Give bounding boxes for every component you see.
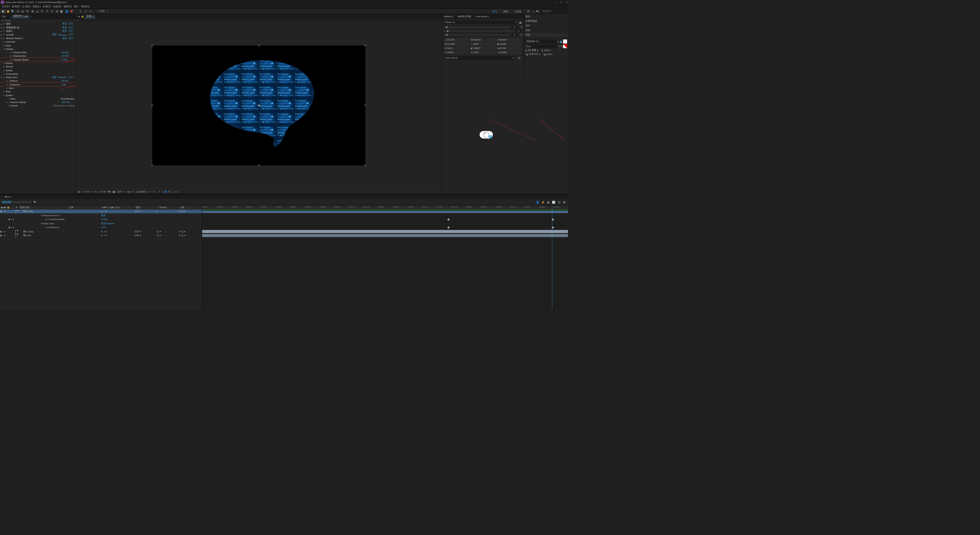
tl-graph-icon[interactable]: 📊 [552, 200, 556, 204]
res-toggle-icon[interactable]: ⊞ ⊡ [94, 191, 98, 193]
roi-icon[interactable]: ⊡ ▦ [126, 191, 130, 193]
col-layer-name[interactable]: 图层名称 [19, 206, 68, 209]
timeline-layer-row[interactable]: ▾ Deep Glow重置 Register [0, 222, 202, 225]
puppet-tool-icon[interactable]: 📌 [69, 9, 74, 14]
close-button[interactable]: ✕ [566, 1, 568, 3]
maximize-button[interactable]: □ [560, 1, 562, 3]
comp-tab[interactable]: 合成1 ≡ [85, 15, 96, 18]
snap-opts-icon[interactable]: ⋮ [105, 9, 110, 14]
font-weight-dd[interactable]: Bold [525, 44, 557, 48]
stamp-tool-icon[interactable]: ⊡ [55, 9, 59, 14]
roto-tool-icon[interactable]: 👤 [64, 9, 69, 14]
local-axis-icon[interactable]: ⊹ [78, 9, 83, 14]
current-frame[interactable]: 00240 [100, 191, 106, 193]
fx-choker[interactable]: 简单阻塞工具 [6, 26, 62, 29]
kf-opacity-1[interactable] [447, 218, 450, 221]
exposure-val[interactable]: +0.0 [174, 191, 178, 193]
fx-autofill[interactable]: AutoFill [6, 33, 52, 36]
menu-view[interactable]: 视图(V) [63, 5, 73, 8]
orbit-tool-icon[interactable]: ⟲ [16, 9, 20, 14]
workspace-small[interactable]: 小屏幕 [512, 9, 524, 13]
paragraph-panel-tab[interactable]: 段落 [524, 28, 568, 33]
motion-btn-jump[interactable]: ↕JUMP [470, 42, 496, 46]
comp-canvas[interactable]: Feel Sense Now Here Be Attend Listen Tru… [152, 46, 366, 165]
timeline-playhead[interactable] [552, 206, 552, 309]
work-area-bar[interactable] [202, 210, 568, 210]
menu-layer[interactable]: 图层(L) [32, 5, 42, 8]
anchor-tool-icon[interactable]: ⊕ [30, 9, 35, 14]
grid-icon[interactable]: ⊞ [132, 191, 134, 193]
help-search-input[interactable]: 搜索帮助 [541, 9, 568, 13]
col-parent[interactable]: 父级 [179, 206, 201, 209]
fx-extract[interactable]: 提取 [6, 23, 62, 26]
effects-presets-tab[interactable]: 效果和预设 [524, 19, 568, 23]
align-panel-tab[interactable]: 对齐 [524, 23, 568, 28]
tl-collapse-icon[interactable]: ⊞ [562, 200, 567, 204]
sel-handle-bl[interactable] [152, 165, 154, 166]
motion-btn-orbit[interactable]: ◐ORBIT [470, 46, 496, 50]
tl-motion-blur-icon[interactable]: ◐ [546, 200, 551, 204]
timeline-timecode[interactable]: 00240 [2, 200, 12, 204]
motion-ease-icon[interactable]: ⛰ [519, 20, 522, 24]
character-panel-tab[interactable]: 字符 [524, 33, 568, 38]
timeline-layer-row[interactable]: ◆ ◇ ▸▾ ⊙ Opacity Master0.00% [0, 217, 202, 221]
preview-panel-tab[interactable]: 预览 [524, 14, 568, 19]
col-mode[interactable]: 模式 [134, 206, 157, 209]
eyedropper-icon[interactable]: 💧 [560, 40, 562, 42]
motion-slider-1[interactable] [446, 27, 510, 27]
motion-btn-burst[interactable]: ✦BURST [496, 38, 522, 42]
anchor2-icon[interactable]: ⚲ [521, 34, 522, 36]
motion-btn-warp[interactable]: ⬀WARP [444, 51, 469, 54]
col-comment[interactable]: 注释 [68, 206, 101, 209]
tl-draft3d-icon[interactable]: ⊡ [557, 200, 562, 204]
motion-btn-name[interactable]: ▶NAME [496, 42, 522, 46]
menu-file[interactable]: 文件(F) [1, 5, 11, 8]
motion-btn-stare[interactable]: ✧STARE [496, 51, 522, 54]
sel-handle-tr[interactable] [364, 45, 366, 47]
workspace-default[interactable]: 默认 [491, 9, 500, 13]
motion-slider-3[interactable] [446, 34, 510, 35]
menu-edit[interactable]: 编辑(E) [11, 5, 21, 8]
workspace-standard[interactable]: 标准 [501, 9, 510, 13]
tracking[interactable]: 度量标准 [529, 52, 538, 55]
sel-handle-br[interactable] [364, 165, 366, 166]
motion-slider-2[interactable] [447, 31, 514, 31]
col-trkmat[interactable]: T TrkMat [157, 206, 179, 209]
layer-1-bar[interactable] [202, 211, 568, 213]
timeline-ruler[interactable]: 0000000100002000030000400005000060000700… [202, 206, 568, 209]
sel-handle-ml[interactable] [152, 104, 154, 106]
fx-deep-glow[interactable]: Deep Glow [6, 76, 52, 78]
stroke-color[interactable] [563, 44, 567, 48]
unified-cam-icon[interactable]: ◎ [20, 9, 25, 14]
layer-2-bar[interactable] [202, 230, 568, 233]
resolution[interactable]: 完整 [117, 190, 121, 193]
fx-shadow-studio[interactable]: Shadow Studio 2 [6, 37, 62, 39]
motion-btn-excite[interactable]: +EXCITE [444, 38, 469, 42]
fx-tint[interactable]: 色调 2 [6, 29, 62, 33]
view-count[interactable]: 1 个... [151, 190, 157, 193]
pen-tool-icon[interactable]: ✎ [40, 9, 44, 14]
selection-tool-icon[interactable]: ▶ [1, 9, 5, 14]
channel-icon[interactable]: ⬤ [113, 191, 115, 193]
project-tab[interactable]: 项目 [0, 15, 8, 18]
timeline-layer-row[interactable]: ◉ ●▸ ■ 2🖼 [1.png]♣ / fx正常 ▾无 ▾⊚ 无 ▾ [0, 230, 202, 233]
rect-tool-icon[interactable]: ▭ [35, 9, 40, 14]
menu-window[interactable]: 窗口 [73, 5, 80, 8]
script-manager-tab[interactable]: AE脚本管理器 [455, 15, 474, 18]
task-launch-btn[interactable]: ▤ [517, 56, 522, 60]
menu-help[interactable]: 帮助(H) [80, 5, 90, 8]
ime-floating-badge[interactable]: 🦌 英 [480, 131, 493, 139]
fill-color[interactable] [563, 39, 567, 43]
tl-search-icon[interactable]: 🔍 [34, 201, 36, 203]
font-family-dd[interactable]: 思源黑体 CN [525, 39, 557, 43]
sel-handle-tl[interactable] [152, 45, 154, 47]
sel-handle-bc[interactable] [258, 165, 260, 166]
hand-tool-icon[interactable]: ✋ [6, 9, 10, 14]
workspace-lib[interactable]: 库 [525, 9, 532, 13]
snap-checkbox[interactable]: ☐ 对齐 [98, 10, 105, 13]
motion-btn-spin[interactable]: ↻SPIN [470, 51, 496, 54]
eraser-tool-icon[interactable]: ◧ [59, 9, 64, 14]
timeline-layer-row[interactable]: ◆ ◇ ▸▾ ⊙ Exposure0.00 [0, 225, 202, 229]
tracking-val[interactable]: 100 [547, 53, 550, 55]
timeline-layer-row[interactable]: ◉ ●▸ ■ 3🖼 sudu♣ / fx正常 ▾无 ▾⊚ 无 ▾ [0, 233, 202, 237]
